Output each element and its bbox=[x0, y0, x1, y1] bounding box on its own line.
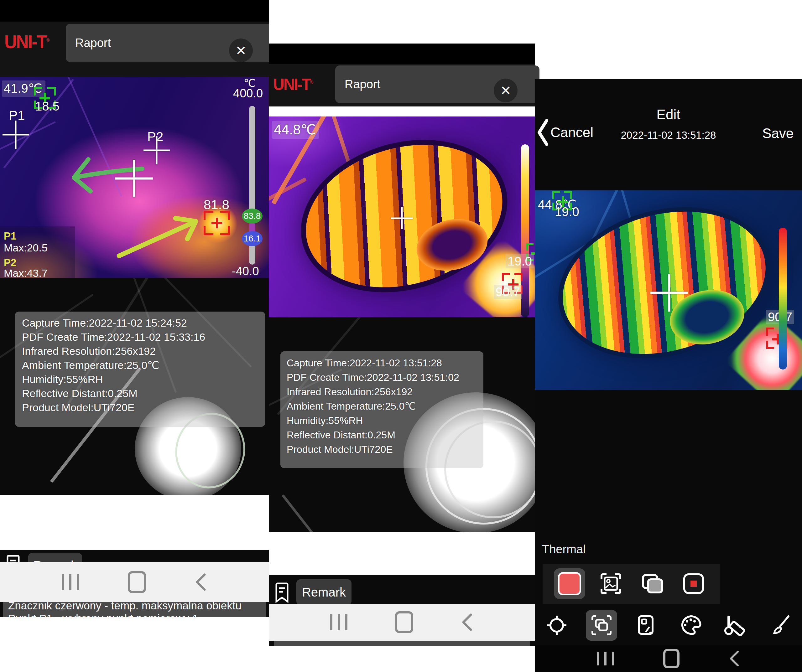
back-icon bbox=[194, 573, 207, 591]
report-title-text: Raport bbox=[75, 36, 111, 50]
paintbrush-icon bbox=[770, 614, 791, 636]
cancel-button[interactable]: Cancel bbox=[537, 114, 599, 151]
status-bar bbox=[269, 44, 535, 64]
max-temp-label: 44.8℃ bbox=[272, 121, 319, 139]
p1-readout-label: P1 bbox=[4, 230, 16, 242]
home-icon bbox=[663, 649, 679, 668]
recents-button[interactable] bbox=[330, 614, 348, 630]
info-line: Reflective Distant:0.25M bbox=[22, 386, 258, 401]
point-readouts: P1 Max:20.5 P2 Max:43.7 bbox=[0, 226, 75, 278]
back-button[interactable] bbox=[461, 613, 473, 632]
recents-button[interactable] bbox=[62, 574, 79, 590]
tool-edit-info-button[interactable] bbox=[631, 610, 662, 641]
tool-temp-measure-button[interactable] bbox=[720, 610, 752, 641]
edit-title: Edit bbox=[602, 107, 734, 123]
close-button[interactable]: ✕ bbox=[494, 79, 517, 102]
close-icon: ✕ bbox=[235, 43, 246, 58]
thermal-image-2: 44.8℃ 19.0 90.7 bbox=[269, 116, 535, 317]
p1-cross-marker[interactable] bbox=[3, 121, 29, 149]
thermometer-ruler-icon bbox=[723, 614, 749, 636]
max-marker bbox=[204, 211, 230, 235]
recents-icon bbox=[330, 614, 348, 630]
save-button[interactable]: Save bbox=[762, 126, 794, 141]
close-button[interactable]: ✕ bbox=[229, 39, 253, 62]
info-line: Capture Time:2022-11-02 13:51:28 bbox=[287, 356, 477, 370]
info-line: Product Model:UTi720E bbox=[287, 442, 477, 457]
visible-image-icon bbox=[600, 572, 622, 595]
tool-mode-button[interactable] bbox=[586, 610, 617, 641]
palette-bar bbox=[779, 228, 787, 370]
lower-handle[interactable]: 16.1 bbox=[242, 231, 262, 246]
remark-label: Remark bbox=[296, 579, 351, 605]
report-header: UNI-T® Raport ✕ bbox=[0, 22, 269, 77]
hot-point-value: 90.7 bbox=[494, 285, 522, 299]
mode-pip-button[interactable] bbox=[678, 569, 709, 599]
recents-button[interactable] bbox=[597, 652, 614, 666]
panel-report-1: UNI-T® Raport ✕ 41.9℃ 18.5 bbox=[0, 0, 269, 672]
frame-overlap-icon bbox=[590, 614, 613, 636]
home-icon bbox=[395, 611, 413, 633]
close-icon: ✕ bbox=[500, 83, 511, 99]
scale-min: -40.0 bbox=[232, 265, 259, 278]
thermal-image-edit[interactable]: 44.8℃ 19.0 90.7 bbox=[535, 191, 802, 390]
back-icon bbox=[461, 613, 473, 632]
center-cross-marker[interactable] bbox=[650, 274, 688, 312]
info-line: Humidity:55%RH bbox=[287, 414, 477, 428]
mode-fusion-button[interactable] bbox=[637, 569, 668, 599]
info-line: Infrared Resolution:256x192 bbox=[287, 384, 477, 399]
panel-report-2: UNI-T® Raport ✕ 44.8℃ 19.0 bbox=[269, 0, 535, 672]
mode-visible-button[interactable] bbox=[595, 569, 627, 599]
info-line: PDF Create Time:2022-11-02 15:33:16 bbox=[22, 330, 258, 344]
min-point-value: 19.0 bbox=[506, 254, 534, 268]
max-marker-plus-icon bbox=[212, 218, 222, 228]
capture-info-card: Capture Time:2022-11-02 15:24:52 PDF Cre… bbox=[15, 312, 265, 427]
min-point-value: 19.0 bbox=[555, 205, 579, 219]
home-icon bbox=[128, 571, 146, 593]
info-line: Reflective Distant:0.25M bbox=[287, 428, 477, 442]
recents-icon bbox=[62, 574, 79, 590]
tool-brush-button[interactable] bbox=[765, 610, 796, 641]
p2-readout-max: Max:43.7 bbox=[4, 267, 48, 278]
center-cross-marker[interactable] bbox=[391, 207, 413, 229]
edit-timestamp: 2022-11-02 13:51:28 bbox=[602, 129, 734, 141]
display-mode-row bbox=[543, 564, 720, 604]
tool-palette-button[interactable] bbox=[676, 610, 707, 641]
remark-line: Punkt P1 - wybrany punkt pomiarowy 1 bbox=[8, 612, 260, 617]
chevron-left-icon bbox=[537, 116, 548, 149]
tool-point-button[interactable] bbox=[541, 610, 572, 641]
panel-edit: Edit 2022-11-02 13:51:28 Cancel Save 44.… bbox=[535, 79, 802, 672]
visible-photo-1: Capture Time:2022-11-02 15:24:52 PDF Cre… bbox=[0, 278, 269, 495]
uni-t-logo: UNI-T® bbox=[273, 75, 314, 94]
status-bar bbox=[0, 0, 269, 22]
info-line: Capture Time:2022-11-02 15:24:52 bbox=[22, 316, 258, 330]
crosshair-icon bbox=[547, 615, 567, 636]
scale-max: 400.0 bbox=[233, 87, 263, 100]
picture-in-picture-icon bbox=[682, 572, 705, 595]
info-line: PDF Create Time:2022-11-02 13:51:02 bbox=[287, 370, 477, 384]
home-button[interactable] bbox=[395, 611, 413, 633]
report-title-text: Raport bbox=[344, 78, 380, 91]
back-button[interactable] bbox=[729, 650, 740, 667]
hot-point-value: 81.8 bbox=[204, 197, 229, 212]
uni-t-logo: UNI-T® bbox=[4, 31, 50, 52]
info-line: Infrared Resolution:256x192 bbox=[22, 344, 258, 358]
mode-section-label: Thermal bbox=[542, 543, 585, 556]
home-button[interactable] bbox=[663, 649, 679, 668]
thermal-mode-icon bbox=[558, 572, 581, 595]
upper-handle[interactable]: 83.8 bbox=[242, 208, 262, 224]
android-navbar bbox=[535, 645, 802, 672]
palette-icon bbox=[680, 615, 702, 636]
min-marker-plus-icon bbox=[558, 196, 566, 205]
android-navbar bbox=[0, 562, 269, 602]
center-cross-marker[interactable] bbox=[115, 160, 153, 197]
composite-screenshot: UNI-T® Raport ✕ 41.9℃ 18.5 bbox=[0, 0, 802, 672]
report-header: UNI-T® Raport ✕ bbox=[269, 64, 535, 107]
mode-thermal-button[interactable] bbox=[554, 569, 585, 599]
recents-icon bbox=[597, 652, 614, 666]
document-edit-icon bbox=[636, 614, 656, 636]
back-button[interactable] bbox=[194, 573, 207, 591]
fusion-overlap-icon bbox=[640, 572, 664, 595]
thermal-image-1: 41.9℃ 18.5 P1 P2 81.8 ℃ bbox=[0, 77, 269, 278]
home-button[interactable] bbox=[128, 571, 146, 593]
info-line: Ambient Temperature:25.0℃ bbox=[22, 358, 258, 372]
